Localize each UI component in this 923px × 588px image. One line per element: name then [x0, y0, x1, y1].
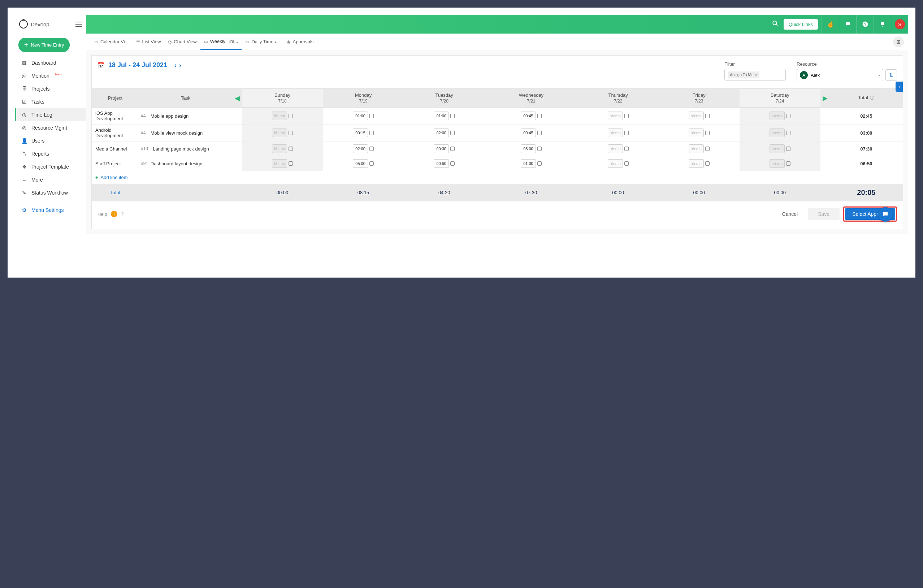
time-input-box[interactable]: hh:mn — [272, 128, 287, 137]
pointer-icon[interactable]: ☝ — [821, 15, 839, 34]
tab-chart-view[interactable]: ◔Chart View — [164, 34, 200, 50]
add-line-row[interactable]: + Add line item — [92, 171, 903, 184]
time-checkbox[interactable] — [786, 114, 790, 118]
sidebar-item-tasks[interactable]: ☑Tasks — [15, 95, 86, 108]
time-checkbox[interactable] — [786, 147, 790, 151]
time-checkbox[interactable] — [624, 161, 629, 166]
time-checkbox[interactable] — [537, 161, 542, 166]
sort-icon[interactable]: ⇅ — [885, 69, 897, 81]
time-checkbox[interactable] — [289, 161, 293, 166]
time-input-box[interactable]: hh:mn — [770, 159, 785, 168]
time-checkbox[interactable] — [705, 147, 709, 151]
time-input-box[interactable]: 02:00 — [353, 144, 368, 153]
time-input-box[interactable]: 00:15 — [353, 128, 368, 137]
time-checkbox[interactable] — [450, 114, 455, 118]
time-checkbox[interactable] — [624, 131, 629, 135]
time-input-box[interactable]: 01:00 — [434, 111, 449, 120]
time-input-box[interactable]: hh:mn — [689, 159, 704, 168]
menu-toggle-icon[interactable] — [76, 22, 82, 27]
time-input-box[interactable]: hh:mn — [770, 144, 785, 153]
tab-list-view[interactable]: ☰List View — [133, 34, 165, 50]
next-week-icon[interactable]: › — [178, 62, 182, 69]
save-button[interactable]: Save — [808, 208, 839, 220]
time-input-box[interactable]: hh:mn — [689, 111, 704, 120]
time-input-box[interactable]: hh:mn — [608, 128, 623, 137]
collapse-panel-icon[interactable]: ‹ — [895, 82, 903, 92]
quick-links-button[interactable]: Quick Links — [783, 19, 818, 29]
time-input-box[interactable]: hh:mn — [689, 144, 704, 153]
time-input-box[interactable]: 00:50 — [434, 159, 449, 168]
time-checkbox[interactable] — [289, 114, 293, 118]
tab-calendar-vi-[interactable]: ▭Calendar Vi... — [90, 34, 133, 50]
apps-grid-icon[interactable]: ⊞ — [893, 36, 904, 47]
time-input-box[interactable]: hh:mn — [608, 111, 623, 120]
chat-fab-icon[interactable] — [878, 207, 893, 222]
sidebar-item-more[interactable]: ≡More — [15, 173, 86, 186]
time-checkbox[interactable] — [289, 131, 293, 135]
sidebar-item-users[interactable]: 👤Users — [15, 134, 86, 147]
info-icon[interactable]: i — [111, 211, 117, 217]
time-input-box[interactable]: 01:00 — [521, 159, 536, 168]
time-checkbox[interactable] — [705, 161, 709, 166]
time-checkbox[interactable] — [624, 114, 629, 118]
sidebar-item-time-log[interactable]: ◷Time Log — [15, 108, 86, 121]
cancel-button[interactable]: Cancel — [776, 208, 805, 220]
time-input-box[interactable]: hh:mn — [272, 111, 287, 120]
sidebar-item-mention[interactable]: @MentionNew — [15, 69, 86, 82]
time-checkbox[interactable] — [370, 131, 374, 135]
time-checkbox[interactable] — [537, 114, 542, 118]
tab-daily-times-[interactable]: ▭Daily Times... — [241, 34, 283, 50]
time-checkbox[interactable] — [370, 147, 374, 151]
sidebar-item-projects[interactable]: 🗄Projects — [15, 82, 86, 95]
time-input-box[interactable]: hh:mn — [608, 144, 623, 153]
help-icon[interactable]: ? — [856, 15, 874, 34]
time-checkbox[interactable] — [370, 161, 374, 166]
time-checkbox[interactable] — [705, 114, 709, 118]
new-time-entry-button[interactable]: + New Time Entry — [18, 38, 70, 52]
chat-icon[interactable] — [839, 15, 856, 34]
time-checkbox[interactable] — [450, 131, 455, 135]
search-icon[interactable] — [767, 20, 783, 28]
sidebar-item-reports[interactable]: 〽Reports — [15, 147, 86, 160]
time-checkbox[interactable] — [450, 147, 455, 151]
time-input-box[interactable]: 01:00 — [353, 111, 368, 120]
filter-input[interactable]: Assign To Me × — [724, 69, 786, 80]
scroll-right[interactable]: ▶ — [820, 89, 830, 108]
tab-weekly-tim-[interactable]: ▭Weekly Tim... — [200, 34, 242, 50]
time-checkbox[interactable] — [537, 131, 542, 135]
sidebar-item-resource-mgmt[interactable]: ◎Resource Mgmt — [15, 121, 86, 134]
time-input-box[interactable]: 02:00 — [434, 128, 449, 137]
time-input-box[interactable]: 05:00 — [353, 159, 368, 168]
sidebar-item-dashboard[interactable]: ▦Dashboard — [15, 56, 86, 69]
time-input-box[interactable]: 05:00 — [521, 144, 536, 153]
prev-week-icon[interactable]: ‹ — [174, 62, 177, 69]
time-input-box[interactable]: hh:mn — [770, 128, 785, 137]
time-input-box[interactable]: hh:mn — [272, 159, 287, 168]
scroll-left[interactable]: ◀ — [233, 89, 242, 108]
help-question-icon[interactable]: ? — [121, 211, 124, 217]
sidebar-item-project-template[interactable]: ❖Project Template — [15, 160, 86, 173]
sidebar-item-status-workflow[interactable]: ✎Status Workflow — [15, 186, 86, 199]
time-checkbox[interactable] — [370, 114, 374, 118]
time-input-box[interactable]: 00:30 — [434, 144, 449, 153]
remove-chip-icon[interactable]: × — [755, 72, 757, 77]
time-checkbox[interactable] — [786, 161, 790, 166]
time-checkbox[interactable] — [289, 147, 293, 151]
time-input-box[interactable]: 00:45 — [521, 111, 536, 120]
time-cell: 00:15 — [323, 124, 404, 141]
user-avatar[interactable]: S — [891, 15, 908, 34]
time-input-box[interactable]: hh:mn — [770, 111, 785, 120]
time-input-box[interactable]: hh:mn — [689, 128, 704, 137]
time-input-box[interactable]: 00:45 — [521, 128, 536, 137]
time-checkbox[interactable] — [786, 131, 790, 135]
time-checkbox[interactable] — [705, 131, 709, 135]
time-checkbox[interactable] — [624, 147, 629, 151]
time-input-box[interactable]: hh:mn — [272, 144, 287, 153]
tab-approvals[interactable]: ◉Approvals — [283, 34, 317, 50]
time-checkbox[interactable] — [537, 147, 542, 151]
resource-select[interactable]: A Alex ▾ — [797, 69, 883, 81]
time-checkbox[interactable] — [450, 161, 455, 166]
bell-icon[interactable] — [874, 15, 891, 34]
time-input-box[interactable]: hh:mn — [608, 159, 623, 168]
menu-settings-link[interactable]: ⚙ Menu Settings — [15, 203, 86, 216]
